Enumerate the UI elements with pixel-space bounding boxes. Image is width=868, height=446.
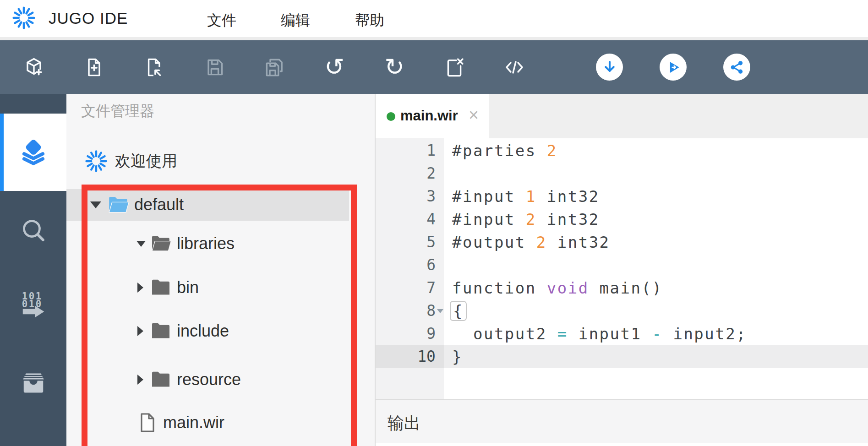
code-line: {: [444, 299, 868, 322]
menu-help[interactable]: 帮助: [355, 11, 384, 31]
code-line: [444, 254, 868, 277]
layers-icon: [18, 137, 49, 167]
share-circle-icon: [728, 59, 746, 76]
line-number[interactable]: 1: [376, 139, 444, 162]
close-file-button[interactable]: [443, 40, 465, 94]
play-circle-icon: [665, 59, 682, 76]
tree-item-default[interactable]: default: [66, 190, 399, 219]
jugo-ide-app: JUGO IDE 文件 编辑 帮助: [0, 0, 868, 446]
folder-open-icon: [107, 195, 130, 214]
tree-item-label: bin: [177, 278, 199, 297]
new-project-button[interactable]: [23, 40, 45, 94]
code-line: #parties 2: [444, 139, 868, 162]
download-button[interactable]: [596, 54, 623, 81]
redo-arrow-icon: ↻: [384, 40, 404, 94]
code-line: function void main(): [444, 277, 868, 299]
folder-open-icon: [150, 234, 172, 253]
main-body: 101 010 文件管理器: [0, 94, 868, 446]
caret-expanded-icon[interactable]: [90, 201, 107, 208]
menu-edit[interactable]: 编辑: [281, 11, 310, 31]
matched-bracket: {: [450, 301, 467, 321]
caret-collapsed-icon[interactable]: [137, 283, 150, 293]
fold-caret-icon[interactable]: [437, 309, 443, 313]
save-button[interactable]: [204, 40, 226, 94]
code-brackets-icon: [503, 56, 525, 78]
line-number-with-fold[interactable]: 8: [376, 299, 444, 322]
welcome-item[interactable]: 欢迎使用: [66, 147, 375, 175]
redo-button[interactable]: ↻: [383, 40, 405, 94]
jugo-logo-burst-icon: [12, 6, 36, 30]
tree-item-label: libraries: [177, 234, 235, 253]
cube-plus-icon: [23, 56, 45, 78]
activity-item-io-data[interactable]: 101 010: [0, 277, 66, 332]
tree-item-label: include: [177, 321, 229, 341]
line-number[interactable]: 6: [376, 254, 444, 277]
file-close-icon: [443, 56, 465, 78]
tab-main-wir[interactable]: main.wir ×: [376, 94, 489, 138]
file-icon: [138, 412, 157, 434]
folder-icon: [150, 278, 172, 297]
line-number[interactable]: 7: [376, 277, 444, 299]
folder-icon: [150, 322, 172, 340]
activity-bar: 101 010: [0, 94, 66, 446]
inbox-icon: [20, 369, 47, 396]
code-view-button[interactable]: [503, 40, 525, 94]
undo-button[interactable]: ↺: [323, 40, 345, 94]
line-number[interactable]: 9: [376, 322, 444, 345]
header: JUGO IDE 文件 编辑 帮助: [0, 0, 868, 40]
code-editor[interactable]: 1 2 3 4 5 6 7 8 9 10 #parties 2 #input 1…: [376, 138, 868, 399]
caret-collapsed-icon[interactable]: [137, 326, 150, 336]
caret-expanded-icon[interactable]: [136, 241, 150, 247]
line-number[interactable]: 3: [376, 185, 444, 208]
binary-arrow-icon: 101 010: [19, 290, 48, 319]
output-panel-title: 输出: [388, 412, 420, 435]
folder-icon: [150, 370, 172, 389]
tab-bar: main.wir ×: [376, 94, 868, 138]
code-line: #output 2 int32: [444, 231, 868, 254]
output-panel: 输出: [376, 399, 868, 446]
welcome-burst-icon: [85, 150, 108, 173]
code-pane[interactable]: #parties 2 #input 1 int32 #input 2 int32…: [444, 138, 868, 399]
tree-item-label: resource: [177, 370, 241, 389]
activity-item-files[interactable]: [0, 125, 66, 179]
tree-item-label: main.wir: [163, 413, 224, 432]
file-plus-icon: [83, 56, 105, 78]
menu-file[interactable]: 文件: [207, 11, 236, 31]
output-content-area: [376, 443, 868, 446]
file-explorer-panel: 文件管理器 欢迎使用: [66, 94, 375, 446]
tab-label: main.wir: [400, 108, 458, 124]
code-line-active: }: [444, 345, 868, 368]
save-all-button[interactable]: [263, 40, 285, 94]
modified-dot-icon: [387, 112, 395, 121]
line-number[interactable]: 2: [376, 162, 444, 185]
editor-panel: main.wir × 1 2 3 4 5 6 7 8 9 10: [375, 94, 868, 446]
app-title: JUGO IDE: [49, 9, 128, 27]
line-number[interactable]: 4: [376, 208, 444, 231]
line-number[interactable]: 5: [376, 231, 444, 254]
svg-text:010: 010: [22, 299, 42, 310]
code-line: output2 = input1 - input2;: [444, 322, 868, 345]
welcome-label: 欢迎使用: [115, 151, 177, 172]
run-button[interactable]: [660, 54, 687, 81]
new-file-button[interactable]: [83, 40, 105, 94]
toolbar: ↺ ↻: [0, 40, 868, 94]
code-line: #input 1 int32: [444, 185, 868, 208]
red-highlight-rectangle: [82, 185, 357, 446]
code-line: #input 2 int32: [444, 208, 868, 231]
caret-collapsed-icon[interactable]: [137, 375, 150, 385]
share-button[interactable]: [723, 54, 750, 81]
explorer-title: 文件管理器: [81, 101, 154, 121]
floppy-stack-icon: [263, 56, 285, 78]
tab-close-icon[interactable]: ×: [469, 105, 479, 125]
activity-item-archive[interactable]: [0, 355, 66, 410]
activity-item-search[interactable]: [0, 203, 66, 258]
line-number-gutter: 1 2 3 4 5 6 7 8 9 10: [376, 138, 444, 399]
search-icon: [20, 217, 47, 244]
code-line: [444, 162, 868, 185]
download-circle-icon: [601, 59, 618, 76]
undo-arrow-icon: ↺: [324, 40, 344, 94]
file-import-icon: [143, 56, 165, 78]
floppy-icon: [204, 56, 226, 78]
line-number-active[interactable]: 10: [376, 345, 444, 368]
open-file-button[interactable]: [143, 40, 165, 94]
